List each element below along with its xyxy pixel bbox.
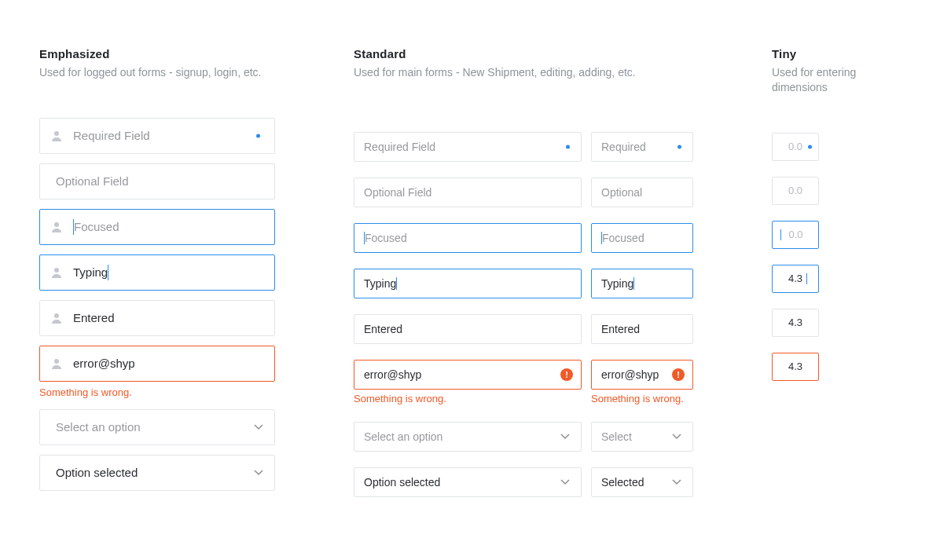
tiny-optional-ph: 0.0 [780,185,810,196]
std-focused-field[interactable]: Focused [354,223,582,253]
user-icon [50,221,64,232]
stdn-typing-val: Typing [601,277,633,290]
stdn-entered-val: Entered [601,323,640,335]
std-optional-field[interactable]: Optional Field [354,178,582,207]
std-typing-val: Typing [364,277,396,290]
required-indicator [808,145,812,148]
user-icon [50,267,64,278]
stdn-focused-field[interactable]: Focused [591,223,693,253]
std-entered-field[interactable]: Entered [354,314,582,344]
stdn-required-ph: Required [601,141,646,153]
stdn-select-val-text: Selected [601,476,644,489]
emph-error-field[interactable]: error@shyp [39,346,275,382]
emph-optional-placeholder: Optional Field [56,174,129,188]
emph-entered-value: Entered [73,311,115,324]
chevron-down-icon [560,479,570,485]
user-icon [50,130,64,141]
stdn-error-val: error@shyp [601,368,659,381]
emph-focused-field[interactable]: Focused [39,209,275,245]
chevron-down-icon [672,479,681,485]
svg-point-2 [54,268,59,273]
std-select-placeholder[interactable]: Select an option [354,422,582,452]
text-caret [396,277,397,290]
chevron-down-icon [254,470,263,476]
standard-title: Standard [354,47,693,60]
tiny-typing-field[interactable]: 4.3 [772,265,819,293]
standard-subhead: Used for main forms - New Shipment, edit… [354,65,693,80]
emph-select-placeholder[interactable]: Select an option [39,409,275,445]
emph-select-selected[interactable]: Option selected [39,455,275,491]
svg-point-3 [54,313,59,318]
tiny-entered-val: 4.3 [780,317,810,328]
std-required-ph: Required Field [364,141,435,153]
emphasized-subhead: Used for logged out forms - signup, logi… [39,65,275,80]
std-optional-ph: Optional Field [364,186,431,199]
std-select-selected[interactable]: Option selected [354,467,582,497]
stdn-entered-field[interactable]: Entered [591,314,693,344]
emph-required-placeholder: Required Field [73,129,150,142]
std-error-message: Something is wrong. [354,393,582,404]
emph-typing-value: Typing [73,265,108,279]
emph-optional-field[interactable]: Optional Field [39,163,275,199]
std-focused-ph: Focused [365,232,407,244]
emph-error-message: Something is wrong. [39,386,275,398]
stdn-error-message: Something is wrong. [591,393,693,404]
tiny-required-field[interactable]: 0.0 [772,133,819,161]
emph-required-field[interactable]: Required Field [39,118,275,154]
chevron-down-icon [672,434,681,440]
user-icon [50,358,64,369]
svg-point-4 [54,359,59,364]
text-caret [806,273,807,284]
std-typing-field[interactable]: Typing [354,269,582,298]
tiny-subhead: Used for entering dimensions [772,65,882,95]
error-icon [560,368,573,381]
stdn-select-ph-text: Select [601,430,632,443]
emph-focused-placeholder: Focused [74,220,119,233]
stdn-optional-field[interactable]: Optional [591,178,693,207]
svg-point-0 [54,131,59,136]
std-entered-val: Entered [364,323,402,335]
std-error-val: error@shyp [364,368,421,381]
tiny-entered-field[interactable]: 4.3 [772,309,819,337]
text-caret [108,265,108,280]
required-indicator [677,145,681,148]
stdn-typing-field[interactable]: Typing [591,269,693,298]
required-indicator [256,134,260,137]
tiny-focused-ph: 0.0 [781,229,810,240]
std-required-field[interactable]: Required Field [354,132,582,162]
tiny-required-ph: 0.0 [780,141,810,152]
error-icon [672,368,685,381]
std-error-field[interactable]: error@shyp [354,360,582,390]
emph-typing-field[interactable]: Typing [39,254,275,291]
tiny-error-val: 4.3 [780,361,810,372]
std-select-val-text: Option selected [364,476,440,489]
tiny-focused-field[interactable]: 0.0 [772,221,819,249]
stdn-select-placeholder[interactable]: Select [591,422,693,452]
chevron-down-icon [254,424,263,430]
emph-error-value: error@shyp [73,357,135,370]
emphasized-title: Emphasized [39,47,275,60]
stdn-optional-ph: Optional [601,186,642,199]
text-caret [633,277,634,290]
stdn-error-field[interactable]: error@shyp [591,360,693,390]
chevron-down-icon [560,434,570,440]
required-indicator [566,145,570,148]
stdn-select-selected[interactable]: Selected [591,467,693,497]
std-select-ph-text: Select an option [364,430,442,443]
emph-select-val-text: Option selected [56,466,138,479]
emph-entered-field[interactable]: Entered [39,300,275,336]
stdn-focused-ph: Focused [602,232,644,244]
tiny-title: Tiny [772,47,882,60]
user-icon [50,313,64,324]
emph-select-ph-text: Select an option [56,420,141,434]
tiny-error-field[interactable]: 4.3 [772,353,819,381]
stdn-required-field[interactable]: Required [591,132,693,162]
tiny-optional-field[interactable]: 0.0 [772,177,819,205]
svg-point-1 [54,222,59,227]
